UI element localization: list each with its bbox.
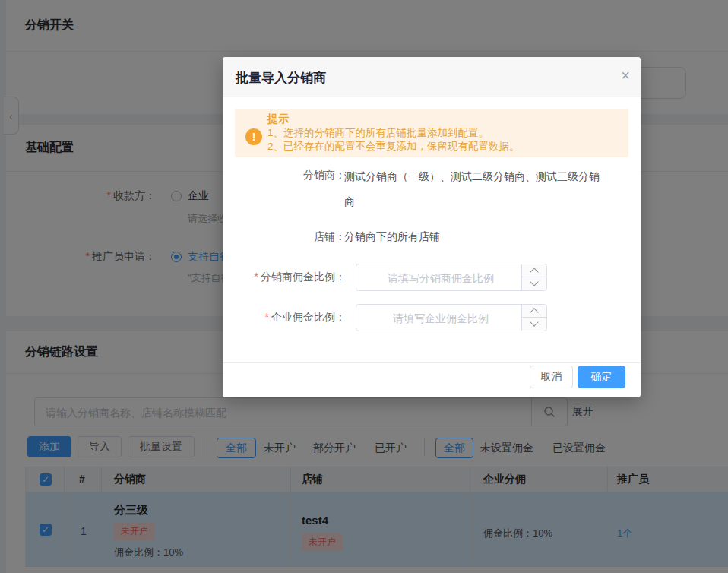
batch-import-dialog: 批量导入分销商 × ! 提示 1、选择的分销商下的所有店铺批量添加到配置。 2、… [223, 57, 641, 397]
decrease-button[interactable] [522, 277, 546, 290]
enterprise-rate-label: *企业佣金比例： [238, 311, 346, 324]
close-icon[interactable]: × [621, 68, 630, 83]
decrease-button[interactable] [522, 318, 546, 331]
warning-icon: ! [245, 128, 262, 145]
number-spinner [521, 305, 546, 331]
distributor-rate-input[interactable] [356, 264, 525, 292]
chevron-up-icon [530, 268, 538, 276]
dialog-header: 批量导入分销商 × [223, 57, 641, 97]
distributor-rate-label: *分销商佣金比例： [238, 271, 346, 284]
cancel-button[interactable]: 取消 [530, 366, 573, 388]
number-spinner [521, 264, 546, 290]
increase-button[interactable] [522, 305, 546, 318]
distributor-field-label: 分销商： [238, 169, 346, 182]
confirm-button[interactable]: 确定 [578, 366, 625, 388]
dialog-title: 批量导入分销商 [236, 69, 326, 87]
enterprise-rate-input-box [356, 304, 547, 331]
chevron-down-icon [530, 277, 538, 286]
increase-button[interactable] [522, 264, 546, 277]
chevron-down-icon [530, 318, 538, 326]
required-asterisk: * [255, 271, 258, 283]
footer-divider [223, 362, 641, 363]
distributor-rate-input-box [356, 264, 547, 291]
distributor-field-value: 测试分销商（一级）、测试二级分销商、测试三级分销商 [344, 164, 606, 214]
warning-alert: ! 提示 1、选择的分销商下的所有店铺批量添加到配置。 2、已经存在的配置不会重… [235, 109, 628, 157]
page: 分销开关 ‹ 基础配置 *收款方： 企业 请选择收款 *推广员申请： 支持自行 … [0, 0, 728, 573]
alert-line-1: 1、选择的分销商下的所有店铺批量添加到配置。 [267, 126, 489, 140]
alert-title: 提示 [267, 112, 289, 126]
enterprise-rate-input[interactable] [356, 305, 525, 332]
chevron-up-icon [530, 308, 538, 316]
shop-field-value: 分销商下的所有店铺 [344, 230, 440, 244]
shop-field-label: 店铺： [238, 230, 346, 244]
required-asterisk: * [265, 311, 269, 323]
alert-line-2: 2、已经存在的配置不会重复添加，保留现有配置数据。 [267, 140, 520, 154]
